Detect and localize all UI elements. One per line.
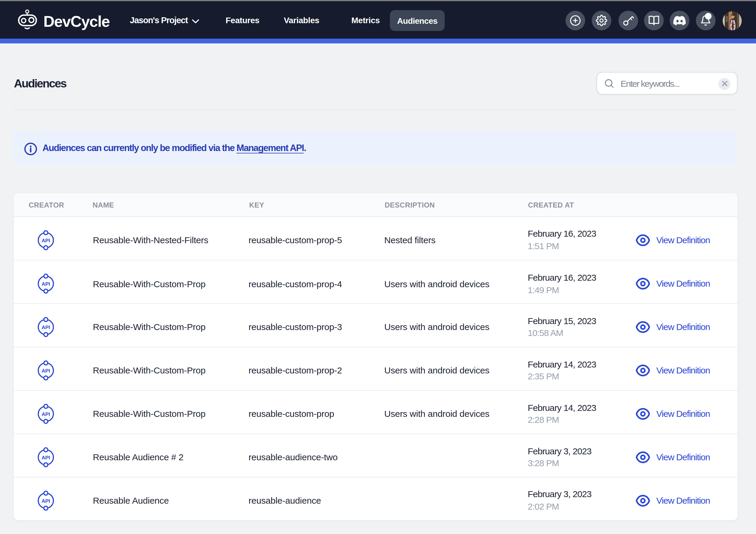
svg-text:API: API [41, 281, 50, 287]
svg-text:API: API [41, 324, 50, 330]
svg-text:API: API [41, 237, 50, 243]
svg-text:API: API [41, 411, 50, 417]
svg-text:API: API [41, 454, 50, 460]
svg-text:API: API [41, 498, 50, 504]
svg-text:API: API [41, 368, 50, 374]
